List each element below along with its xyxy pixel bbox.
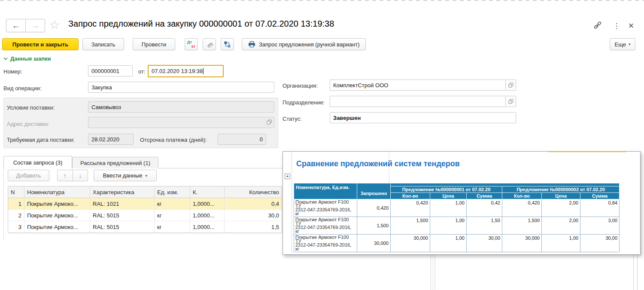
status-field[interactable]: Завершен	[330, 112, 516, 123]
expand-group-button[interactable]: +	[285, 174, 290, 179]
save-button[interactable]: Записать	[82, 38, 124, 50]
move-row-buttons: ↑ ↓	[57, 170, 88, 181]
page-title: Запрос предложений на закупку 000000001 …	[68, 19, 334, 29]
division-field[interactable]	[330, 96, 506, 107]
paperclip-icon	[206, 41, 213, 48]
tab-request-composition[interactable]: Состав запроса (3)	[3, 156, 72, 168]
p1-qty-cell: 0,420	[391, 199, 430, 217]
table-row[interactable]: 2 Покрытие Армоко... RAL: 5015 кг 1,0000…	[8, 210, 282, 221]
org-open-button[interactable]	[506, 79, 516, 91]
table-row[interactable]: 1 Покрытие Армоко... RAL: 1021 кг 1,0000…	[8, 198, 282, 210]
cell-nomenclature[interactable]: Покрытие Армоко...	[24, 210, 90, 221]
col-unit: Ед. изм.	[155, 186, 190, 198]
cell-k[interactable]: 1,0000...	[190, 221, 225, 232]
cell-n[interactable]: 2	[8, 210, 24, 221]
back-button[interactable]: ←	[6, 19, 26, 32]
col-n: N	[8, 186, 24, 198]
more-button[interactable]: Еще ▾	[610, 38, 635, 50]
org-field[interactable]: КомплектСтрой ООО	[330, 79, 506, 91]
req-date-field[interactable]: 28.02.2020	[88, 134, 134, 145]
delivery-addr-field[interactable]	[88, 117, 274, 128]
p1-qty-cell: 1,500	[391, 217, 430, 235]
post-button[interactable]: Провести	[133, 38, 175, 50]
kt-label: кт	[191, 44, 195, 49]
division-open-button[interactable]	[506, 96, 516, 107]
cell-characteristic[interactable]: RAL: 1021	[90, 198, 155, 209]
cell-unit[interactable]: кг	[155, 221, 190, 232]
org-label: Организация:	[283, 82, 318, 89]
enter-data-button[interactable]: Ввести данные ▾	[94, 170, 157, 181]
background-window-edge	[633, 254, 634, 290]
col-qty: Количество	[225, 186, 282, 198]
dr-cr-entries-button[interactable]: Дт кт	[185, 38, 198, 50]
print-request-button[interactable]: Запрос предложения (ручной вариант)	[242, 38, 366, 50]
delivery-cond-label: Условие поставки:	[7, 104, 55, 111]
payment-delay-field[interactable]: 0	[218, 134, 266, 145]
p1-sum-cell: 1,50	[467, 217, 502, 235]
p1-price-cell: 1,00	[430, 199, 467, 217]
cell-n[interactable]: 3	[8, 221, 24, 232]
comparison-table: Номенклатура, Ед.изм. Запрошено Предложе…	[294, 183, 620, 252]
p1-qty-cell: 30,000	[391, 235, 430, 252]
table-row[interactable]: 3 Покрытие Армоко... RAL: 5015 кг 1,0000…	[8, 221, 282, 233]
cell-unit[interactable]: кг	[155, 198, 190, 209]
post-and-close-button[interactable]: Провести и закрыть	[2, 38, 79, 50]
requested-cell: 1,500	[357, 217, 391, 235]
cell-n[interactable]: 1	[8, 198, 24, 209]
link-icon	[593, 21, 602, 30]
cell-characteristic[interactable]: RAL: 5015	[90, 210, 155, 221]
favorite-star-icon[interactable]: ☆	[49, 18, 60, 32]
p2-sum-cell: 0,84	[580, 199, 620, 217]
open-value-icon[interactable]	[267, 119, 272, 125]
p1-price-col: Цена	[430, 193, 467, 199]
operation-field[interactable]: Закупка	[88, 82, 274, 93]
delivery-cond-field[interactable]: Самовывоз	[88, 101, 274, 113]
comparison-report-window[interactable]: + Сравнение предложений систем тендеров …	[283, 151, 641, 255]
cell-nomenclature[interactable]: Покрытие Армоко...	[24, 198, 90, 209]
payment-delay-label: Отсрочка платежа (дней):	[140, 137, 207, 143]
p2-sum-cell: 30,00	[580, 235, 620, 252]
date-field[interactable]: 07.02.2020 13:19:38	[148, 65, 224, 77]
tab-panel-border	[3, 168, 4, 241]
cell-characteristic[interactable]: RAL: 5015	[90, 221, 155, 232]
date-value: 07.02.2020 13:19:38	[152, 68, 203, 74]
cell-k[interactable]: 1,0000...	[190, 198, 225, 209]
p2-qty-cell: 1,500	[502, 217, 542, 235]
dt-label: Дт	[187, 40, 192, 44]
get-link-icon[interactable]	[592, 21, 603, 31]
more-menu-icon[interactable]: ⋮	[611, 21, 622, 31]
move-up-button[interactable]: ↑	[58, 170, 73, 181]
cell-qty[interactable]: 30,0	[225, 210, 282, 221]
tab-proposal-mailing[interactable]: Рассылка предложений (1)	[72, 157, 158, 168]
cell-qty[interactable]: 1,5	[225, 221, 282, 232]
p2-price-cell: 2,00	[542, 199, 580, 217]
number-field[interactable]: 000000001	[88, 65, 133, 76]
p1-sum-cell: 30,00	[467, 235, 502, 252]
number-label: Номер:	[3, 68, 22, 75]
p2-qty-cell: 30,000	[502, 235, 542, 252]
p2-price-cell: 1,00	[542, 235, 580, 252]
col-nomenclature: Номенклатура	[24, 186, 90, 198]
proposal1-header: Предложение №000000001 от 07.02.20	[391, 186, 502, 193]
cell-unit[interactable]: кг	[155, 210, 190, 221]
items-table: N Номенклатура Характеристика Ед. изм. К…	[8, 186, 282, 233]
move-down-button[interactable]: ↓	[73, 170, 88, 181]
chevron-down-icon: ▾	[629, 42, 631, 46]
attachments-button[interactable]	[203, 38, 216, 50]
delivery-addr-label: Адрес доставки:	[7, 121, 49, 127]
report-margin	[283, 152, 292, 254]
background-window-edge	[431, 254, 431, 290]
close-icon[interactable]: ×	[626, 21, 636, 31]
p1-qty-col: Кол-во	[391, 193, 430, 199]
nomenclature-cell: Покрытие Армокот F100 ТУ2312-047-2335476…	[294, 217, 357, 235]
print-request-label: Запрос предложения (ручной вариант)	[259, 41, 359, 48]
add-row-button[interactable]: Добавить	[8, 170, 49, 181]
header-band	[391, 183, 620, 186]
p1-sum-col: Сумма	[467, 193, 502, 199]
related-documents-button[interactable]	[221, 38, 234, 50]
forward-button[interactable]: →	[26, 19, 45, 32]
cell-k[interactable]: 1,0000...	[190, 210, 225, 221]
cell-nomenclature[interactable]: Покрытие Армоко...	[24, 221, 90, 232]
cell-qty[interactable]: 0,4	[225, 198, 282, 209]
header-data-group-toggle[interactable]: Данные шапки	[3, 55, 51, 62]
